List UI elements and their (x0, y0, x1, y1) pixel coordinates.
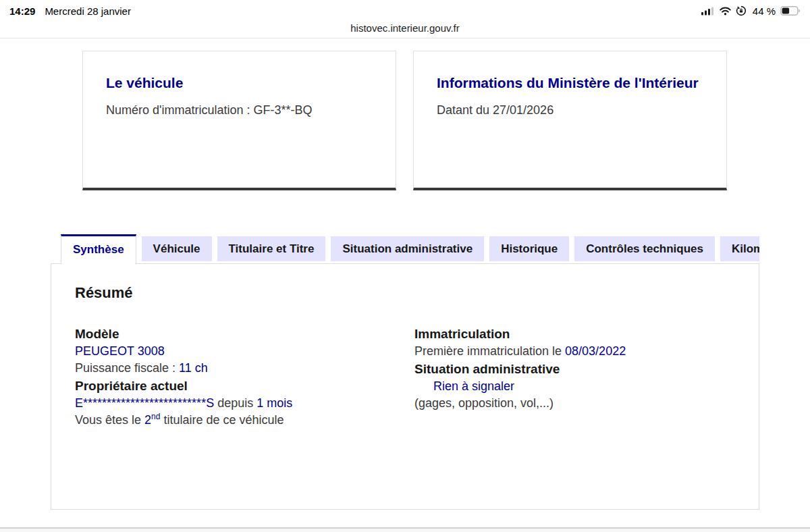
tab-list: Synthèse Véhicule Titulaire et Titre Sit… (51, 234, 759, 264)
status-bar: 14:29 Mercredi 28 janvier (0, 0, 810, 20)
tab-controles-techniques[interactable]: Contrôles techniques (574, 236, 715, 261)
ministry-card: Informations du Ministère de l'Intérieur… (413, 51, 727, 190)
holder-rank: 2 (144, 413, 151, 427)
rotation-lock-icon (736, 5, 747, 16)
tab-situation-administrative[interactable]: Situation administrative (331, 236, 484, 261)
situation-heading: Situation administrative (414, 360, 738, 378)
tab-kilometrage[interactable]: Kilométrage (720, 236, 759, 261)
owner-masked-name: E**************************S (75, 396, 214, 410)
situation-note: (gages, opposition, vol,...) (414, 395, 738, 412)
ministry-card-title: Informations du Ministère de l'Intérieur (437, 74, 703, 93)
fiscal-power-label: Puissance fiscale : (75, 361, 179, 375)
cards-row: Le véhicule Numéro d'immatriculation : G… (82, 51, 727, 190)
model-link[interactable]: PEUGEOT 3008 (75, 344, 165, 358)
owner-line: E**************************S depuis 1 mo… (75, 395, 399, 412)
tab-titulaire-et-titre[interactable]: Titulaire et Titre (217, 236, 326, 261)
tab-historique[interactable]: Historique (489, 236, 569, 261)
status-date: Mercredi 28 janvier (45, 5, 131, 17)
registration-heading: Immatriculation (414, 325, 738, 343)
cellular-signal-icon (701, 7, 715, 16)
holder-rank-ordinal: nd (151, 412, 160, 421)
battery-icon (780, 6, 801, 16)
tab-vehicule[interactable]: Véhicule (142, 236, 212, 261)
owner-since-value: 1 mois (256, 396, 292, 410)
fiscal-power-line: Puissance fiscale : 11 ch (75, 360, 399, 377)
ministry-card-date: Datant du 27/01/2026 (437, 102, 703, 119)
holder-prefix: Vous êtes le (75, 413, 144, 427)
registration-label: Première immatriculation le (414, 344, 565, 358)
safari-address-bar[interactable]: histovec.interieur.gouv.fr (0, 20, 810, 38)
vehicle-card-registration: Numéro d'immatriculation : GF-3**-BQ (106, 102, 373, 119)
status-time: 14:29 (9, 5, 35, 17)
panel-right-column: Immatriculation Première immatriculation… (414, 325, 738, 412)
fiscal-power-value: 11 ch (179, 361, 208, 375)
vehicle-card: Le véhicule Numéro d'immatriculation : G… (82, 51, 396, 190)
owner-heading: Propriétaire actuel (75, 377, 399, 395)
owner-since-label: depuis (214, 396, 256, 410)
registration-line: Première immatriculation le 08/03/2022 (414, 343, 738, 360)
vehicle-card-title: Le véhicule (106, 74, 373, 93)
wifi-icon (720, 7, 731, 16)
model-heading: Modèle (75, 325, 399, 343)
holder-line: Vous êtes le 2nd titulaire de ce véhicul… (75, 412, 399, 429)
address-url[interactable]: histovec.interieur.gouv.fr (350, 20, 459, 36)
panel-heading: Résumé (75, 284, 133, 302)
synthese-panel: Résumé Modèle PEUGEOT 3008 Puissance fis… (51, 263, 759, 510)
tab-synthese[interactable]: Synthèse (61, 234, 136, 264)
registration-date: 08/03/2022 (565, 344, 626, 358)
situation-status-link[interactable]: Rien à signaler (433, 379, 514, 393)
holder-suffix: titulaire de ce véhicule (160, 413, 284, 427)
panel-left-column: Modèle PEUGEOT 3008 Puissance fiscale : … (75, 325, 399, 429)
footer-divider (0, 527, 810, 532)
battery-percent: 44 % (753, 5, 776, 17)
